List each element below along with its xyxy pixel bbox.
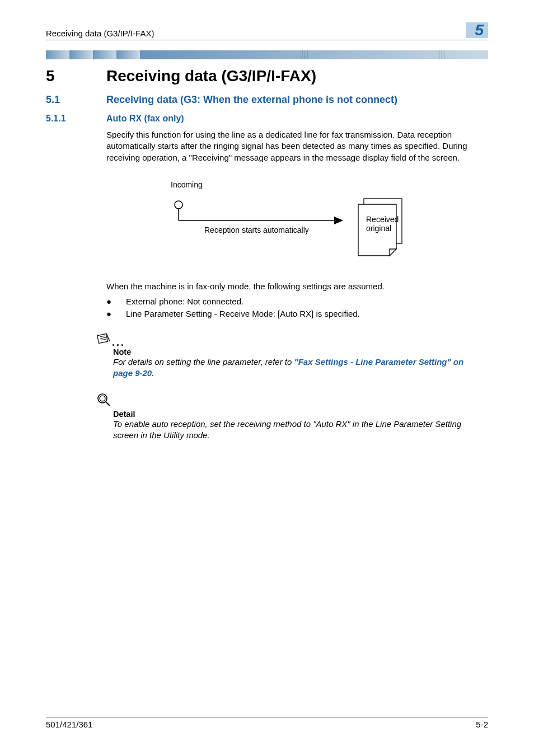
- bullet-icon: ●: [106, 308, 111, 320]
- chapter-heading-number: 5: [46, 67, 79, 85]
- svg-rect-5: [97, 334, 108, 343]
- list-item: ● External phone: Not connected.: [106, 295, 483, 308]
- magnifier-icon: [96, 392, 111, 408]
- list-item-text: External phone: Not connected.: [126, 295, 243, 308]
- notepad-icon: [96, 332, 111, 346]
- svg-line-12: [106, 402, 110, 406]
- running-title: Receiving data (G3/IP/I-FAX): [46, 29, 154, 38]
- detail-body: To enable auto reception, set the receiv…: [113, 419, 483, 442]
- chapter-heading: 5 Receiving data (G3/IP/I-FAX): [46, 67, 488, 85]
- ellipsis-icon: ...: [112, 340, 125, 346]
- note-body: For details on setting the line paramete…: [113, 356, 483, 379]
- diagram-arrow-caption: Reception starts automatically: [204, 226, 309, 234]
- list-item-text: Line Parameter Setting - Receive Mode: […: [126, 308, 360, 320]
- note-text-before: For details on setting the line paramete…: [113, 357, 294, 367]
- note-block: ... Note For details on setting the line…: [96, 332, 483, 379]
- chapter-heading-title: Receiving data (G3/IP/I-FAX): [106, 67, 316, 85]
- section-heading-title: Receiving data (G3: When the external ph…: [106, 94, 397, 106]
- footer-page-number: 5-2: [476, 720, 488, 729]
- detail-label: Detail: [113, 410, 483, 419]
- diagram-doc-label-1: Received: [366, 215, 399, 224]
- section-heading: 5.1 Receiving data (G3: When the externa…: [46, 94, 488, 106]
- page-footer: 501/421/361 5-2: [46, 717, 488, 729]
- running-header: Receiving data (G3/IP/I-FAX) 5: [46, 22, 488, 40]
- section-heading-number: 5.1: [46, 94, 79, 106]
- svg-marker-3: [334, 217, 343, 224]
- subsection-heading-title: Auto RX (fax only): [106, 114, 184, 124]
- footer-model: 501/421/361: [46, 720, 92, 729]
- diagram-doc-label-2: original: [366, 224, 391, 233]
- body-paragraph: Specify this function for using the line…: [106, 129, 483, 163]
- note-label: Note: [113, 348, 483, 356]
- chapter-number-badge: 5: [466, 22, 488, 38]
- subsection-heading: 5.1.1 Auto RX (fax only): [46, 114, 488, 124]
- body-paragraph: When the machine is in fax-only mode, th…: [106, 281, 483, 292]
- detail-block: Detail To enable auto reception, set the…: [96, 392, 483, 442]
- decorative-stripe: [46, 50, 488, 59]
- note-text-after: .: [152, 368, 154, 378]
- diagram-svg: Reception starts automatically Received …: [171, 197, 406, 259]
- bullet-icon: ●: [106, 295, 111, 308]
- flow-diagram: Incoming Reception starts automatically …: [171, 180, 483, 259]
- list-item: ● Line Parameter Setting - Receive Mode:…: [106, 308, 483, 320]
- diagram-label-incoming: Incoming: [171, 180, 483, 189]
- svg-point-11: [100, 396, 105, 401]
- svg-point-0: [175, 201, 182, 209]
- subsection-heading-number: 5.1.1: [46, 114, 79, 124]
